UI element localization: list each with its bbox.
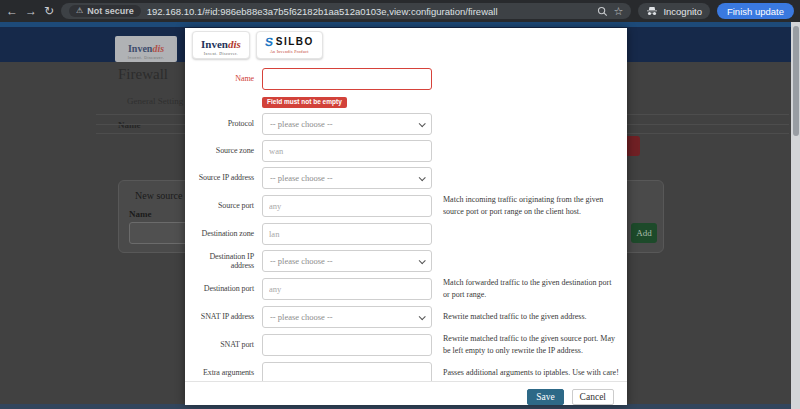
field-label: SNAT port: [195, 340, 262, 349]
name-input[interactable]: [262, 68, 432, 90]
field-help: Match forwarded traffic to the given des…: [443, 277, 619, 301]
incognito-label: Incognito: [663, 6, 702, 17]
finish-update-button[interactable]: Finish update: [717, 3, 794, 19]
field-source-port: Source portMatch incoming traffic origin…: [195, 194, 619, 218]
zoom-icon[interactable]: [597, 6, 608, 17]
field-label: Name: [195, 74, 262, 83]
field-protocol: Protocol-- please choose --: [195, 113, 619, 135]
security-label: Not secure: [87, 6, 134, 16]
snat-port-input[interactable]: [262, 334, 432, 356]
field-label: Destination port: [195, 284, 262, 293]
field-help: Passes additional arguments to iptables.…: [443, 367, 619, 379]
field-label: Extra arguments: [195, 368, 262, 377]
field-destination-ip-address: Destination IP address-- please choose -…: [195, 250, 619, 272]
source-ip-address-select[interactable]: -- please choose --: [262, 167, 432, 189]
field-name: NameField must not be empty: [195, 68, 619, 108]
site-security-chip[interactable]: ⚠ Not secure: [69, 5, 141, 17]
tab-general-setting[interactable]: General Setting: [127, 96, 183, 106]
scrollbar-thumb[interactable]: [793, 26, 799, 136]
reload-icon[interactable]: ↻: [44, 5, 54, 17]
incognito-icon: [646, 6, 658, 16]
dialog-footer: Save Cancel: [185, 381, 627, 405]
logo-text: Inven: [128, 43, 152, 54]
invendis-logo: Invendis Invent. Discover.: [192, 31, 250, 59]
save-button[interactable]: Save: [527, 389, 563, 405]
page-scrollbar[interactable]: [791, 22, 800, 409]
destination-ip-address-select[interactable]: -- please choose --: [262, 250, 432, 272]
snat-edit-dialog: Invendis Invent. Discover. S SILBO An In…: [185, 28, 627, 405]
field-snat-port: SNAT portRewrite matched traffic to the …: [195, 333, 619, 357]
field-source-zone: Source zone: [195, 140, 619, 162]
source-port-input[interactable]: [262, 195, 432, 217]
silbo-logo: S SILBO An Invendis Product: [256, 31, 323, 59]
chevron-down-icon: [419, 313, 426, 320]
snat-ip-address-select[interactable]: -- please choose --: [262, 306, 432, 328]
field-help: Match incoming traffic originating from …: [443, 194, 619, 218]
chevron-down-icon: [419, 120, 426, 127]
selected-value: -- please choose --: [270, 173, 333, 183]
destination-port-input[interactable]: [262, 278, 432, 300]
logo-tagline: Invent. Discover.: [128, 56, 164, 60]
field-label: Source zone: [195, 146, 262, 155]
silbo-mark-icon: S: [264, 36, 274, 48]
chevron-down-icon: [419, 174, 426, 181]
logo-text: SILBO: [276, 37, 314, 47]
selected-value: -- please choose --: [270, 119, 333, 129]
header-invendis-logo: Invendis Invent. Discover.: [115, 36, 177, 62]
field-snat-ip-address: SNAT IP address-- please choose --Rewrit…: [195, 306, 619, 328]
selected-value: -- please choose --: [270, 256, 333, 266]
logo-tagline: An Invendis Product: [270, 49, 309, 54]
validation-error-badge: Field must not be empty: [262, 97, 347, 108]
logo-text-accent: dis: [228, 38, 241, 50]
logo-text: Inven: [201, 38, 228, 50]
page-title: Firewall: [118, 66, 168, 83]
cancel-button[interactable]: Cancel: [572, 389, 614, 405]
browser-toolbar: ← → ↻ ⚠ Not secure 192.168.10.1/#id:986e…: [0, 0, 800, 22]
field-label: Destination IP address: [195, 252, 262, 270]
field-label: SNAT IP address: [195, 312, 262, 321]
field-help: Rewrite matched traffic to the given sou…: [443, 333, 619, 357]
field-source-ip-address: Source IP address-- please choose --: [195, 167, 619, 189]
table-column-header: Name: [118, 120, 141, 130]
warning-icon: ⚠: [76, 7, 83, 15]
forward-icon[interactable]: →: [25, 5, 37, 17]
field-label: Destination zone: [195, 229, 262, 238]
field-label: Protocol: [195, 119, 262, 128]
card-name-label: Name: [129, 209, 152, 219]
logo-text-accent: dis: [152, 43, 164, 54]
field-label: Source port: [195, 201, 262, 210]
field-destination-zone: Destination zone: [195, 223, 619, 245]
selected-value: -- please choose --: [270, 312, 333, 322]
add-button[interactable]: Add: [631, 223, 657, 243]
source-zone-input[interactable]: [262, 140, 432, 162]
field-destination-port: Destination portMatch forwarded traffic …: [195, 277, 619, 301]
chevron-down-icon: [419, 257, 426, 264]
back-icon[interactable]: ←: [6, 5, 18, 17]
dialog-logos: Invendis Invent. Discover. S SILBO An In…: [192, 31, 323, 59]
bookmark-star-icon[interactable]: ☆: [614, 6, 624, 17]
logo-tagline: Invent. Discover.: [201, 52, 241, 56]
field-label: Source IP address: [195, 173, 262, 182]
address-bar[interactable]: ⚠ Not secure 192.168.10.1/#id:986eb88e3a…: [61, 3, 631, 19]
field-help: Rewrite matched traffic to the given add…: [443, 311, 619, 323]
modal-form: NameField must not be emptyProtocol-- pl…: [195, 68, 619, 389]
protocol-select[interactable]: -- please choose --: [262, 113, 432, 135]
incognito-badge: Incognito: [638, 3, 710, 19]
url-text[interactable]: 192.168.10.1/#id:986eb88e3a7b5f62182b1aa…: [147, 6, 591, 17]
destination-zone-input[interactable]: [262, 223, 432, 245]
